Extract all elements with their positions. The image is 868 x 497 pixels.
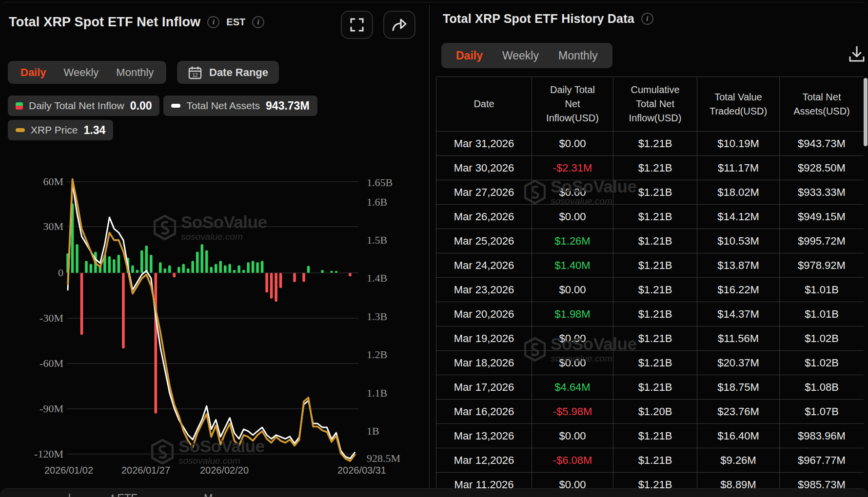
cell-cumulative: $1.21B <box>613 229 697 253</box>
cell-assets: $1.02B <box>780 326 864 351</box>
inflow-bar <box>215 264 217 273</box>
cell-daily-inflow: $0.00 <box>532 473 613 489</box>
column-header-4: Total NetAssets(USD) <box>780 77 864 132</box>
legend-chip-daily-total-net-inflow[interactable]: Daily Total Net Inflow0.00 <box>8 96 159 116</box>
inflow-bar <box>307 266 310 273</box>
inflow-bar <box>293 273 296 282</box>
table-tab-monthly[interactable]: Monthly <box>558 49 598 62</box>
inflow-bar <box>90 264 93 273</box>
tab-weekly[interactable]: Weekly <box>64 66 99 79</box>
cell-daily-inflow: $0.00 <box>532 180 613 205</box>
table-tab-weekly[interactable]: Weekly <box>502 49 539 62</box>
inflow-bar <box>302 273 305 282</box>
left-axis-tick: -60M <box>39 357 63 369</box>
left-axis-tick: -30M <box>39 312 63 324</box>
inflow-bar <box>155 273 158 414</box>
cell-traded: $10.53M <box>697 229 780 253</box>
table-row: Mar 27,2026$0.00$1.21B$18.02M$933.33M <box>436 180 864 205</box>
inflow-bar <box>131 266 134 273</box>
cell-traded: $11.17M <box>697 156 780 180</box>
inflow-bar <box>80 273 83 335</box>
cell-cumulative: $1.21B <box>613 351 697 375</box>
inflow-bar <box>173 273 176 277</box>
right-axis-tick: 1B <box>367 425 379 437</box>
cell-cumulative: $1.21B <box>613 375 697 400</box>
history-table-container[interactable]: DateDaily TotalNetInflow(USD)CumulativeT… <box>436 76 864 488</box>
cell-traded: $14.37M <box>697 302 780 326</box>
cell-cumulative: $1.21B <box>613 156 697 180</box>
assets-swatch-icon <box>171 104 180 108</box>
right-axis-tick: 1.65B <box>367 176 393 189</box>
right-axis-tick: 928.5M <box>367 452 400 464</box>
tab-monthly[interactable]: Monthly <box>116 66 154 79</box>
cell-daily-inflow: -$5.98M <box>532 400 613 424</box>
inflow-bar <box>200 244 203 273</box>
table-row: Mar 20,2026$1.98M$1.21B$14.37M$1.01B <box>436 302 864 326</box>
tab-daily[interactable]: Daily <box>20 66 46 79</box>
cell-date: Mar 25,2026 <box>436 229 532 253</box>
cell-assets: $1.07B <box>780 400 864 424</box>
inflow-bar <box>205 250 208 273</box>
legend-label: Total Net Assets <box>186 100 260 112</box>
chart-period-tabs: DailyWeeklyMonthly <box>8 61 166 84</box>
inflow-bar <box>242 270 245 273</box>
inflow-bar <box>196 252 199 273</box>
date-range-button[interactable]: 12 Date Range <box>177 61 279 84</box>
share-button[interactable] <box>383 11 415 39</box>
cell-cumulative: $1.21B <box>613 448 697 473</box>
cell-date: Mar 19,2026 <box>436 326 532 351</box>
inflow-bar <box>145 246 148 273</box>
info-icon[interactable]: i <box>207 16 219 28</box>
timezone-info-icon[interactable]: i <box>252 16 264 28</box>
x-axis-tick: 2026/03/31 <box>337 465 386 476</box>
cell-traded: $8.89M <box>697 473 780 489</box>
right-axis-tick: 1.6B <box>367 196 387 208</box>
cell-date: Mar 18,2026 <box>436 351 532 375</box>
cell-assets: $949.15M <box>780 205 864 229</box>
download-button[interactable] <box>848 45 865 65</box>
inflow-bar <box>118 255 120 273</box>
cell-cumulative: $1.21B <box>613 253 697 278</box>
table-tab-daily[interactable]: Daily <box>456 49 483 62</box>
legend-chip-xrp-price[interactable]: XRP Price1.34 <box>8 120 113 140</box>
inflow-bar <box>279 273 282 288</box>
left-axis-tick: -120M <box>34 448 63 460</box>
fullscreen-button[interactable] <box>341 11 373 39</box>
inflow-bar <box>321 270 324 273</box>
left-panel-header: Total XRP Spot ETF Net Inflow i EST i <box>9 15 264 30</box>
table-row: Mar 16,2026-$5.98M$1.20B$23.76M$1.07B <box>436 400 864 424</box>
table-row: Mar 30,2026-$2.31M$1.21B$11.17M$928.50M <box>436 156 864 180</box>
inflow-bar <box>168 266 171 273</box>
table-row: Mar 18,2026$0.00$1.21B$20.37M$1.02B <box>436 351 864 375</box>
column-header-3: Total ValueTraded(USD) <box>697 77 780 132</box>
netflow-chart[interactable]: 60M30M0-30M-60M-90M-120M1.65B1.6B1.5B1.4… <box>0 171 429 488</box>
cell-date: Mar 20,2026 <box>436 302 532 326</box>
inflow-bar <box>247 262 250 273</box>
table-row: Mar 31,2026$0.00$1.21B$10.19M$943.73M <box>436 132 864 156</box>
cell-date: Mar 27,2026 <box>436 180 532 205</box>
table-scrollbar-thumb[interactable] <box>864 78 868 146</box>
right-axis-tick: 1.5B <box>367 234 387 246</box>
chart-legend-row2: XRP Price1.34 <box>8 120 113 140</box>
cell-date: Mar 12,2026 <box>436 448 532 473</box>
cell-daily-inflow: -$6.08M <box>532 448 613 473</box>
cell-traded: $16.22M <box>697 278 780 302</box>
cell-traded: $20.37M <box>697 351 780 375</box>
cell-daily-inflow: $0.00 <box>532 205 613 229</box>
inflow-bar <box>136 270 139 273</box>
inflow-bar <box>178 267 180 273</box>
column-header-1: Daily TotalNetInflow(USD) <box>532 77 613 132</box>
inflow-bar <box>159 262 162 273</box>
inflow-bar <box>113 259 116 273</box>
legend-chip-total-net-assets[interactable]: Total Net Assets943.73M <box>163 96 317 116</box>
legend-value: 1.34 <box>83 124 105 137</box>
cell-daily-inflow: $0.00 <box>532 326 613 351</box>
inflow-bar <box>76 244 79 273</box>
panel-top-edge <box>0 2 868 15</box>
history-table: DateDaily TotalNetInflow(USD)CumulativeT… <box>436 76 864 488</box>
history-info-icon[interactable]: i <box>641 13 653 25</box>
cell-assets: $985.73M <box>780 473 864 489</box>
cell-daily-inflow: $0.00 <box>532 278 613 302</box>
table-row: Mar 13,2026$0.00$1.21B$16.40M$983.96M <box>436 424 864 448</box>
inflow-bar <box>150 255 153 273</box>
